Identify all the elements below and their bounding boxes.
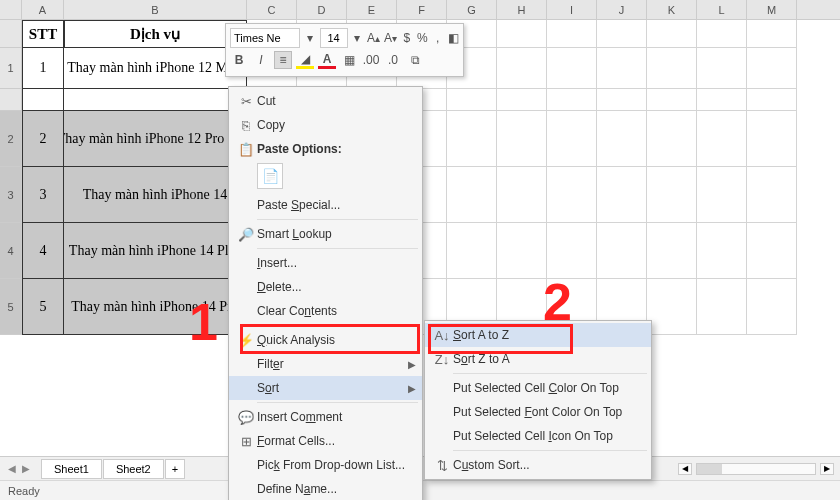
cell[interactable]: [647, 223, 697, 279]
cell[interactable]: [597, 48, 647, 89]
column-header[interactable]: M: [747, 0, 797, 19]
select-all-corner[interactable]: [0, 0, 22, 19]
decrease-decimal-icon[interactable]: .00: [362, 51, 380, 69]
font-dropdown-icon[interactable]: ▾: [304, 29, 316, 47]
pick-dropdown-item[interactable]: Pick From Drop-down List...: [229, 453, 422, 477]
sort-font-color-item[interactable]: Put Selected Font Color On Top: [425, 400, 651, 424]
cell-service[interactable]: Thay màn hình iPhone 12 Pro Max: [64, 111, 247, 167]
cell[interactable]: [547, 89, 597, 111]
clear-contents-item[interactable]: Clear Contents: [229, 299, 422, 323]
cell[interactable]: [647, 167, 697, 223]
paste-option-button[interactable]: 📄: [257, 163, 283, 189]
sheet-tab-2[interactable]: Sheet2: [103, 459, 164, 479]
cell[interactable]: [697, 167, 747, 223]
sheet-tab-1[interactable]: Sheet1: [41, 459, 102, 479]
font-size-dropdown-icon[interactable]: ▾: [352, 29, 364, 47]
cell[interactable]: [747, 167, 797, 223]
hscroll-right-icon[interactable]: ▶: [820, 463, 834, 475]
italic-icon[interactable]: I: [252, 51, 270, 69]
cell-service[interactable]: [64, 89, 247, 111]
row-header[interactable]: 4: [0, 223, 22, 279]
row-header[interactable]: 1: [0, 48, 22, 89]
row-header[interactable]: [0, 20, 22, 48]
column-header[interactable]: B: [64, 0, 247, 19]
tab-nav-prev-icon[interactable]: ◀: [6, 463, 18, 474]
comma-icon[interactable]: ,: [432, 29, 444, 47]
cell[interactable]: [747, 89, 797, 111]
hscroll-thumb[interactable]: [697, 464, 722, 474]
cell-stt[interactable]: 1: [22, 48, 64, 89]
row-header[interactable]: [0, 89, 22, 111]
column-header[interactable]: E: [347, 0, 397, 19]
cell[interactable]: [497, 89, 547, 111]
cell[interactable]: [747, 223, 797, 279]
cell[interactable]: [597, 167, 647, 223]
cell[interactable]: [497, 223, 547, 279]
cell-stt[interactable]: 3: [22, 167, 64, 223]
font-family-input[interactable]: [230, 28, 300, 48]
column-header[interactable]: K: [647, 0, 697, 19]
column-header[interactable]: H: [497, 0, 547, 19]
cell[interactable]: [447, 223, 497, 279]
column-header[interactable]: D: [297, 0, 347, 19]
cell-service[interactable]: Thay màn hình iPhone 14: [64, 167, 247, 223]
cell-service[interactable]: Thay màn hình iPhone 14 Plus: [64, 223, 247, 279]
quick-analysis-item[interactable]: ⚡Quick Analysis: [229, 328, 422, 352]
cell[interactable]: [497, 48, 547, 89]
define-name-item[interactable]: Define Name...: [229, 477, 422, 500]
filter-item[interactable]: Filter▶: [229, 352, 422, 376]
column-header[interactable]: J: [597, 0, 647, 19]
sort-z-to-a-item[interactable]: Z↓Sort Z to A: [425, 347, 651, 371]
cell[interactable]: [597, 89, 647, 111]
cell[interactable]: [497, 20, 547, 48]
smart-lookup-item[interactable]: 🔎Smart Lookup: [229, 222, 422, 246]
cell[interactable]: [647, 20, 697, 48]
hscroll-left-icon[interactable]: ◀: [678, 463, 692, 475]
column-header[interactable]: I: [547, 0, 597, 19]
cell-service[interactable]: Thay màn hình iPhone 12 Mini: [64, 48, 247, 89]
decrease-font-icon[interactable]: A▾: [384, 29, 397, 47]
cell[interactable]: [597, 20, 647, 48]
cell[interactable]: [747, 111, 797, 167]
sort-item[interactable]: Sort▶: [229, 376, 422, 400]
cell-stt[interactable]: 5: [22, 279, 64, 335]
cell-stt[interactable]: 4: [22, 223, 64, 279]
column-header[interactable]: C: [247, 0, 297, 19]
borders-icon[interactable]: ▦: [340, 51, 358, 69]
custom-sort-item[interactable]: ⇅Custom Sort...: [425, 453, 651, 477]
cell[interactable]: [497, 111, 547, 167]
cell[interactable]: [697, 223, 747, 279]
header-cell-service[interactable]: Dịch vụ: [64, 20, 247, 48]
row-header[interactable]: 2: [0, 111, 22, 167]
currency-icon[interactable]: $: [401, 29, 413, 47]
copy-item[interactable]: ⎘Copy: [229, 113, 422, 137]
insert-item[interactable]: Insert...: [229, 251, 422, 275]
cell[interactable]: [447, 167, 497, 223]
cell[interactable]: [547, 167, 597, 223]
sort-cell-color-item[interactable]: Put Selected Cell Color On Top: [425, 376, 651, 400]
format-painter-icon[interactable]: ◧: [448, 29, 460, 47]
cell-service[interactable]: Thay màn hình iPhone 14 Pro: [64, 279, 247, 335]
cut-item[interactable]: ✂Cut: [229, 89, 422, 113]
row-header[interactable]: 3: [0, 167, 22, 223]
cell[interactable]: [647, 89, 697, 111]
cell[interactable]: [447, 111, 497, 167]
paste-special-item[interactable]: Paste Special...: [229, 193, 422, 217]
tab-nav-next-icon[interactable]: ▶: [20, 463, 32, 474]
format-cells-item[interactable]: ⊞Format Cells...: [229, 429, 422, 453]
percent-icon[interactable]: %: [417, 29, 429, 47]
column-header[interactable]: L: [697, 0, 747, 19]
cell[interactable]: [647, 279, 697, 335]
fill-color-icon[interactable]: ◢: [296, 51, 314, 69]
cell[interactable]: [697, 279, 747, 335]
hscroll-track[interactable]: [696, 463, 816, 475]
cell-stt[interactable]: 2: [22, 111, 64, 167]
increase-decimal-icon[interactable]: .0: [384, 51, 402, 69]
new-sheet-button[interactable]: +: [165, 459, 185, 479]
cell[interactable]: [547, 111, 597, 167]
delete-item[interactable]: Delete...: [229, 275, 422, 299]
column-header[interactable]: A: [22, 0, 64, 19]
insert-comment-item[interactable]: 💬Insert Comment: [229, 405, 422, 429]
cell[interactable]: [747, 48, 797, 89]
merge-icon[interactable]: ⧉: [406, 51, 424, 69]
